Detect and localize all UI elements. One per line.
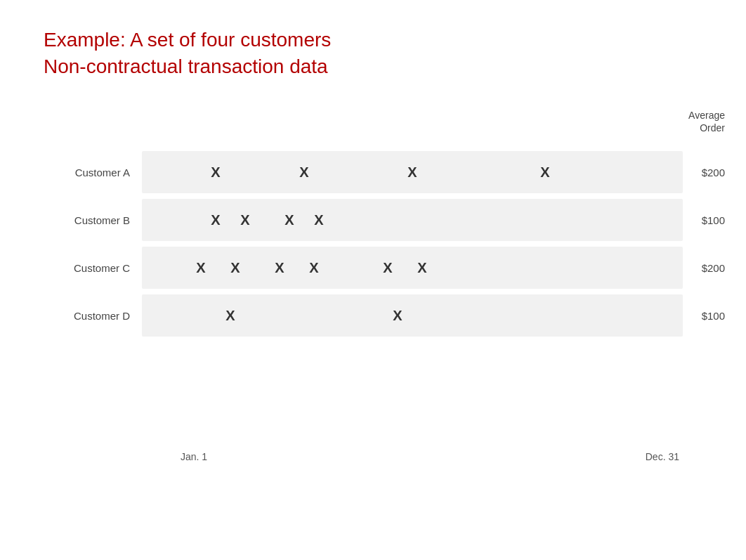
x-mark-0-3: X	[540, 164, 549, 181]
x-mark-2-1: X	[230, 260, 240, 276]
customer-label-1: Customer B	[44, 214, 138, 226]
x-mark-1-0: X	[211, 212, 220, 228]
title-line2: Non-contractual transaction data	[44, 53, 331, 80]
customer-label-2: Customer C	[44, 262, 138, 274]
x-mark-0-2: X	[407, 164, 417, 181]
axis-end-label: Dec. 31	[646, 451, 679, 462]
avg-order-header: AverageOrder	[688, 109, 725, 134]
customer-row-2: Customer C$200XXXXXX	[44, 247, 725, 289]
title-block: Example: A set of four customers Non-con…	[44, 27, 331, 80]
row-band-3	[142, 294, 683, 337]
x-mark-1-3: X	[314, 212, 323, 228]
x-mark-2-2: X	[275, 260, 284, 276]
customer-label-3: Customer D	[44, 310, 138, 322]
x-mark-3-0: X	[225, 308, 235, 324]
customer-label-0: Customer A	[44, 167, 138, 178]
customer-row-1: Customer B$100XXXX	[44, 199, 725, 241]
x-mark-3-1: X	[393, 308, 402, 324]
avg-order-value-1: $100	[686, 214, 725, 226]
title-line1: Example: A set of four customers	[44, 27, 331, 53]
row-band-2	[142, 247, 683, 289]
x-mark-2-4: X	[383, 260, 392, 276]
x-mark-2-3: X	[309, 260, 318, 276]
avg-order-value-2: $200	[686, 262, 725, 274]
x-mark-0-0: X	[211, 164, 220, 181]
x-mark-0-1: X	[299, 164, 308, 181]
avg-order-value-3: $100	[686, 310, 725, 322]
row-band-1	[142, 199, 683, 241]
customer-row-3: Customer D$100XX	[44, 294, 725, 337]
avg-order-value-0: $200	[686, 167, 725, 178]
customer-row-0: Customer A$200XXXX	[44, 151, 725, 193]
axis-start-label: Jan. 1	[181, 451, 207, 462]
x-mark-1-1: X	[240, 212, 249, 228]
x-mark-1-2: X	[284, 212, 294, 228]
x-mark-2-5: X	[417, 260, 426, 276]
x-mark-2-0: X	[196, 260, 205, 276]
chart-area: AverageOrder Customer A$200XXXXCustomer …	[44, 109, 725, 412]
